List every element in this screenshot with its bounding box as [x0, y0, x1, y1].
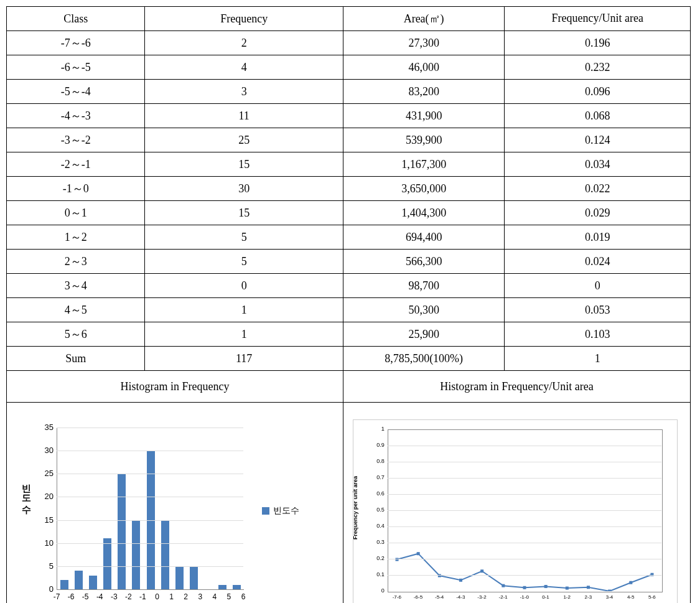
line-xtick: 5-6	[643, 594, 661, 600]
cell-frequency: 1	[145, 298, 343, 322]
line-chart-cell: Frequency per unit area Range 00.10.20.3…	[343, 403, 690, 604]
bar-ytick: 5	[38, 561, 54, 571]
cell-area: 1,167,300	[343, 152, 505, 177]
sum-area: 8,785,500(100%)	[343, 347, 505, 371]
cell-area: 83,200	[343, 80, 505, 104]
line-xtick: -3-2	[472, 594, 491, 600]
line-marker	[480, 569, 483, 573]
cell-area: 50,300	[343, 298, 505, 322]
cell-frequency: 5	[145, 225, 343, 250]
bar-xtick: 5	[223, 592, 235, 601]
bar	[190, 566, 198, 589]
bar	[75, 571, 83, 589]
cell-frequency: 25	[145, 128, 343, 152]
bar-xtick: -4	[93, 592, 106, 601]
cell-class: 1～2	[7, 225, 145, 250]
sum-frequency: 117	[145, 347, 343, 371]
line-xtick: -7-6	[388, 594, 406, 600]
subheader-right: Histogram in Frequency/Unit area	[343, 371, 690, 403]
line-marker	[629, 581, 632, 584]
cell-fpa: 0.196	[505, 31, 691, 55]
table-row: -6～-5446,0000.232	[7, 55, 691, 80]
bar-xtick: -7	[50, 592, 63, 601]
bar-ytick: 35	[38, 423, 54, 432]
header-fpa: Frequency/Unit area	[505, 7, 691, 31]
line-xtick: -4-3	[451, 594, 470, 600]
cell-fpa: 0.034	[505, 152, 691, 177]
line-marker	[523, 586, 526, 589]
header-class: Class	[7, 7, 145, 31]
table-row: 3～4098,7000	[7, 274, 691, 298]
bar-ytick: 20	[38, 492, 54, 501]
line-xtick: 4-5	[622, 594, 640, 600]
cell-frequency: 2	[145, 31, 343, 55]
bar-chart-cell: 빈도수 범위 빈도수 05101520253035-7-6-5-4-3-2-10…	[7, 403, 343, 604]
line-xtick: -1-0	[515, 594, 534, 600]
line-xtick: 2-3	[579, 594, 597, 600]
line-xtick: 1-2	[558, 594, 576, 600]
line-xtick: -6-5	[409, 594, 427, 600]
line-ytick: 0	[372, 587, 385, 594]
cell-class: 5～6	[7, 322, 145, 347]
bar-xtick: 0	[151, 592, 164, 601]
bar	[233, 585, 241, 589]
line-marker	[544, 584, 547, 587]
header-frequency: Frequency	[145, 7, 343, 31]
cell-area: 25,900	[343, 322, 505, 347]
bar-ytick: 25	[38, 469, 54, 478]
table-row: -4～-311431,9000.068	[7, 104, 691, 128]
line-xtick: 3-4	[600, 594, 618, 600]
bar-legend-swatch	[262, 507, 269, 515]
bar-ytick: 15	[38, 515, 54, 525]
cell-fpa: 0	[505, 274, 691, 298]
cell-class: -1～0	[7, 177, 145, 201]
line-marker	[587, 586, 590, 589]
bar	[103, 538, 111, 589]
cell-fpa: 0.232	[505, 55, 691, 80]
cell-class: -5～-4	[7, 80, 145, 104]
cell-fpa: 0.103	[505, 322, 691, 347]
cell-fpa: 0.024	[505, 250, 691, 274]
cell-class: -6～-5	[7, 55, 145, 80]
table-row: 5～6125,9000.103	[7, 322, 691, 347]
line-ylabel: Frequency per unit area	[352, 476, 358, 540]
cell-frequency: 15	[145, 201, 343, 225]
table-row: -3～-225539,9000.124	[7, 128, 691, 152]
cell-class: -2～-1	[7, 152, 145, 177]
line-ytick: 0.2	[372, 555, 385, 561]
bar-xtick: -6	[65, 592, 77, 601]
line-ytick: 0.6	[372, 490, 385, 497]
cell-class: 4～5	[7, 298, 145, 322]
line-xtick: 0-1	[536, 594, 555, 600]
table-row: 4～5150,3000.053	[7, 298, 691, 322]
line-chart: Frequency per unit area Range 00.10.20.3…	[353, 419, 678, 604]
table-row: -2～-1151,167,3000.034	[7, 152, 691, 177]
bar-ylabel: 빈도수	[21, 477, 32, 509]
cell-area: 539,900	[343, 128, 505, 152]
cell-area: 27,300	[343, 31, 505, 55]
line-ytick: 0.9	[372, 442, 385, 448]
bar-xtick: 2	[180, 592, 192, 601]
cell-class: -4～-3	[7, 104, 145, 128]
table-row: 1～25694,4000.019	[7, 225, 691, 250]
sum-row: Sum 117 8,785,500(100%) 1	[7, 347, 691, 371]
bar-xtick: 1	[166, 592, 178, 601]
bar	[218, 585, 226, 589]
line-marker	[502, 584, 505, 587]
cell-area: 566,300	[343, 250, 505, 274]
table-row: 2～35566,3000.024	[7, 250, 691, 274]
line-marker	[416, 552, 419, 555]
cell-fpa: 0.124	[505, 128, 691, 152]
data-table: Class Frequency Area(㎡) Frequency/Unit a…	[6, 6, 691, 603]
bar-xtick: 4	[208, 592, 221, 601]
bar-chart: 빈도수 범위 빈도수 05101520253035-7-6-5-4-3-2-10…	[19, 415, 330, 603]
bar-xtick: -1	[136, 592, 149, 601]
cell-fpa: 0.096	[505, 80, 691, 104]
cell-fpa: 0.068	[505, 104, 691, 128]
bar	[60, 580, 68, 589]
bar	[132, 520, 140, 589]
cell-fpa: 0.053	[505, 298, 691, 322]
header-area: Area(㎡)	[343, 7, 505, 31]
bar-legend-label: 빈도수	[273, 505, 299, 517]
cell-frequency: 4	[145, 55, 343, 80]
